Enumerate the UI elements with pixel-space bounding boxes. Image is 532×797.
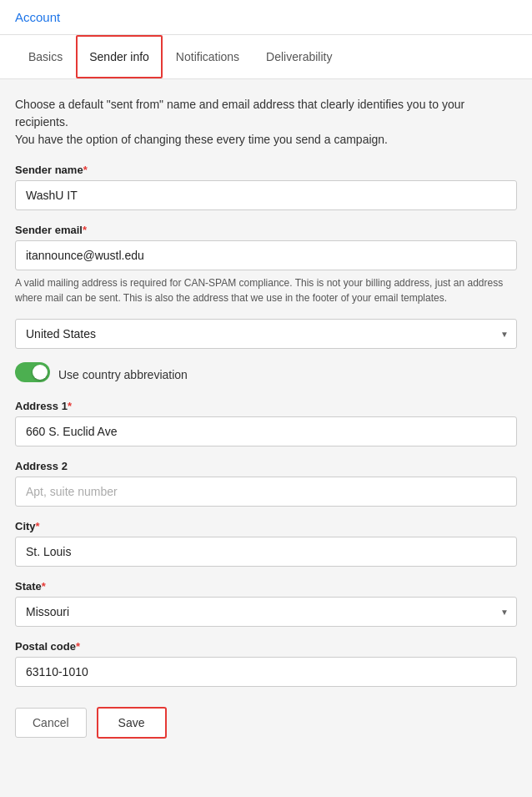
tabs-bar: Basics Sender info Notifications Deliver… [0, 35, 532, 79]
spam-note: A valid mailing address is required for … [15, 275, 517, 305]
sender-name-label: Sender name* [15, 164, 517, 176]
city-group: City* [15, 520, 517, 567]
tab-deliverability[interactable]: Deliverability [253, 35, 345, 78]
save-button[interactable]: Save [97, 707, 167, 739]
toggle-slider [15, 362, 50, 382]
state-select-wrapper: Missouri [15, 597, 517, 627]
sender-email-label: Sender email* [15, 224, 517, 236]
tab-notifications[interactable]: Notifications [163, 35, 253, 78]
cancel-button[interactable]: Cancel [15, 708, 87, 738]
address1-label: Address 1* [15, 400, 517, 412]
toggle-row: Use country abbreviation [15, 362, 517, 386]
country-select[interactable]: United States [15, 319, 517, 349]
postal-label: Postal code* [15, 640, 517, 653]
state-label: State* [15, 580, 517, 593]
sender-email-group: Sender email* A valid mailing address is… [15, 224, 517, 305]
main-content: Choose a default "sent from" name and em… [0, 79, 532, 772]
country-group: United States [15, 319, 517, 349]
address2-group: Address 2 [15, 460, 517, 507]
sender-name-group: Sender name* [15, 164, 517, 210]
account-link[interactable]: Account [15, 10, 60, 24]
postal-input[interactable] [15, 657, 517, 687]
state-select[interactable]: Missouri [15, 597, 517, 627]
address2-label: Address 2 [15, 460, 517, 472]
address1-input[interactable] [15, 416, 517, 446]
sender-name-input[interactable] [15, 180, 517, 210]
footer-buttons: Cancel Save [15, 707, 517, 755]
address2-input[interactable] [15, 477, 517, 507]
country-abbreviation-toggle[interactable] [15, 362, 50, 382]
tab-basics[interactable]: Basics [15, 35, 76, 78]
top-bar: Account [0, 0, 532, 35]
country-select-wrapper: United States [15, 319, 517, 349]
address1-group: Address 1* [15, 400, 517, 446]
postal-group: Postal code* [15, 640, 517, 687]
city-label: City* [15, 520, 517, 532]
toggle-label: Use country abbreviation [58, 368, 188, 381]
state-group: State* Missouri [15, 580, 517, 627]
city-input[interactable] [15, 537, 517, 567]
tab-sender-info[interactable]: Sender info [76, 35, 163, 78]
sender-email-input[interactable] [15, 240, 517, 270]
description-text: Choose a default "sent from" name and em… [15, 96, 517, 149]
